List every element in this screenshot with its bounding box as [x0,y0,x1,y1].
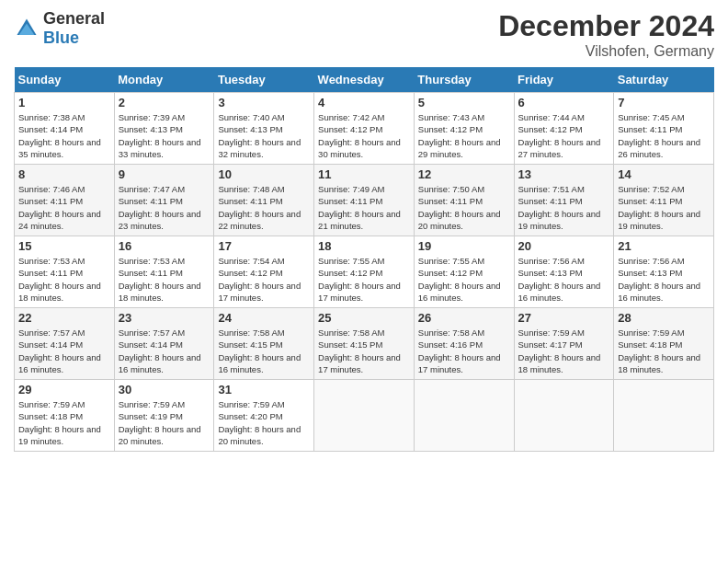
page: General Blue December 2024 Vilshofen, Ge… [0,0,728,563]
day-16: 16 Sunrise: 7:53 AMSunset: 4:11 PMDaylig… [114,236,214,308]
day-28: 28 Sunrise: 7:59 AMSunset: 4:18 PMDaylig… [614,308,714,380]
empty-cell [314,380,415,452]
header-row: Sunday Monday Tuesday Wednesday Thursday… [15,67,714,93]
subtitle: Vilshofen, Germany [498,43,714,60]
logo-general: General [43,9,105,28]
empty-cell [614,380,714,452]
day-22: 22 Sunrise: 7:57 AMSunset: 4:14 PMDaylig… [15,308,115,380]
col-saturday: Saturday [614,67,714,93]
logo-icon [14,16,40,41]
calendar-table: Sunday Monday Tuesday Wednesday Thursday… [14,67,714,452]
day-12: 12 Sunrise: 7:50 AMSunset: 4:11 PMDaylig… [414,165,514,236]
day-23: 23 Sunrise: 7:57 AMSunset: 4:14 PMDaylig… [114,308,214,380]
day-13: 13 Sunrise: 7:51 AMSunset: 4:11 PMDaylig… [514,165,614,236]
col-sunday: Sunday [15,67,115,93]
day-26: 26 Sunrise: 7:58 AMSunset: 4:16 PMDaylig… [414,308,514,380]
day-6: 6 Sunrise: 7:44 AMSunset: 4:12 PMDayligh… [514,93,614,165]
day-4: 4 Sunrise: 7:42 AMSunset: 4:12 PMDayligh… [314,93,415,165]
day-5: 5 Sunrise: 7:43 AMSunset: 4:12 PMDayligh… [414,93,514,165]
table-row: 8 Sunrise: 7:46 AMSunset: 4:11 PMDayligh… [15,165,714,236]
day-8: 8 Sunrise: 7:46 AMSunset: 4:11 PMDayligh… [15,165,115,236]
day-18: 18 Sunrise: 7:55 AMSunset: 4:12 PMDaylig… [314,236,415,308]
day-25: 25 Sunrise: 7:58 AMSunset: 4:15 PMDaylig… [314,308,415,380]
empty-cell [514,380,614,452]
day-24: 24 Sunrise: 7:58 AMSunset: 4:15 PMDaylig… [214,308,314,380]
day-27: 27 Sunrise: 7:59 AMSunset: 4:17 PMDaylig… [514,308,614,380]
day-30: 30 Sunrise: 7:59 AMSunset: 4:19 PMDaylig… [114,380,214,452]
day-2: 2 Sunrise: 7:39 AMSunset: 4:13 PMDayligh… [114,93,214,165]
day-31: 31 Sunrise: 7:59 AMSunset: 4:20 PMDaylig… [214,380,314,452]
logo-text: General Blue [43,9,105,48]
day-15: 15 Sunrise: 7:53 AMSunset: 4:11 PMDaylig… [15,236,115,308]
table-row: 15 Sunrise: 7:53 AMSunset: 4:11 PMDaylig… [15,236,714,308]
day-29: 29 Sunrise: 7:59 AMSunset: 4:18 PMDaylig… [15,380,115,452]
col-tuesday: Tuesday [214,67,314,93]
col-monday: Monday [114,67,214,93]
table-row: 29 Sunrise: 7:59 AMSunset: 4:18 PMDaylig… [15,380,714,452]
day-1: 1 Sunrise: 7:38 AMSunset: 4:14 PMDayligh… [15,93,115,165]
day-11: 11 Sunrise: 7:49 AMSunset: 4:11 PMDaylig… [314,165,415,236]
table-row: 1 Sunrise: 7:38 AMSunset: 4:14 PMDayligh… [15,93,714,165]
day-3: 3 Sunrise: 7:40 AMSunset: 4:13 PMDayligh… [214,93,314,165]
col-friday: Friday [514,67,614,93]
day-10: 10 Sunrise: 7:48 AMSunset: 4:11 PMDaylig… [214,165,314,236]
header: General Blue December 2024 Vilshofen, Ge… [14,9,714,60]
day-20: 20 Sunrise: 7:56 AMSunset: 4:13 PMDaylig… [514,236,614,308]
day-7: 7 Sunrise: 7:45 AMSunset: 4:11 PMDayligh… [614,93,714,165]
main-title: December 2024 [498,9,714,43]
day-21: 21 Sunrise: 7:56 AMSunset: 4:13 PMDaylig… [614,236,714,308]
day-14: 14 Sunrise: 7:52 AMSunset: 4:11 PMDaylig… [614,165,714,236]
title-block: December 2024 Vilshofen, Germany [498,9,714,60]
day-17: 17 Sunrise: 7:54 AMSunset: 4:12 PMDaylig… [214,236,314,308]
table-row: 22 Sunrise: 7:57 AMSunset: 4:14 PMDaylig… [15,308,714,380]
empty-cell [414,380,514,452]
logo-blue: Blue [43,29,79,47]
col-wednesday: Wednesday [314,67,415,93]
col-thursday: Thursday [414,67,514,93]
day-9: 9 Sunrise: 7:47 AMSunset: 4:11 PMDayligh… [114,165,214,236]
logo: General Blue [14,9,105,48]
day-19: 19 Sunrise: 7:55 AMSunset: 4:12 PMDaylig… [414,236,514,308]
